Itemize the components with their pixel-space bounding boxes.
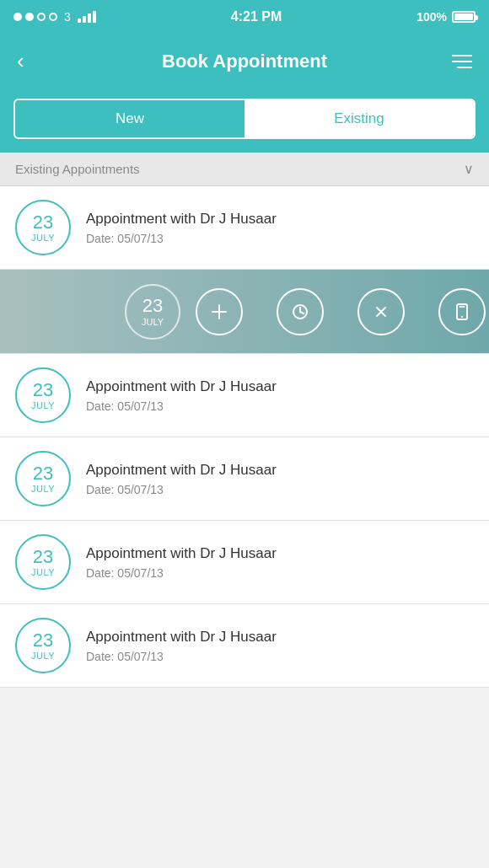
back-button[interactable]: ‹ <box>17 48 47 74</box>
tab-new-label: New <box>116 110 144 127</box>
swipe-date-badge: 23 JULY <box>125 284 180 340</box>
swipe-actions <box>196 288 486 335</box>
appointment-info: Appointment with Dr J Husaar Date: 05/07… <box>86 211 474 245</box>
date-day: 23 <box>33 463 53 484</box>
swipe-date-month: JULY <box>142 317 164 327</box>
cancel-action-button[interactable] <box>357 288 405 335</box>
section-header-label: Existing Appointments <box>15 162 140 176</box>
date-badge: 23 JULY <box>15 451 71 506</box>
signal-dot-4 <box>49 13 57 21</box>
swipe-action-row: 23 JULY <box>0 270 489 354</box>
section-header[interactable]: Existing Appointments ∨ <box>0 153 489 186</box>
date-badge: 23 JULY <box>15 618 71 673</box>
svg-point-8 <box>461 316 463 318</box>
svg-line-4 <box>300 312 304 313</box>
appointment-title: Appointment with Dr J Husaar <box>86 462 474 479</box>
date-day: 23 <box>33 630 53 651</box>
status-left: 3 <box>13 10 96 24</box>
appointment-title: Appointment with Dr J Husaar <box>86 629 474 646</box>
tab-existing-label: Existing <box>334 110 384 127</box>
add-action-button[interactable] <box>196 288 243 335</box>
x-icon <box>372 303 390 321</box>
date-day: 23 <box>33 212 53 233</box>
battery-percentage: 100% <box>416 10 447 24</box>
appointment-date: Date: 05/07/13 <box>86 232 474 245</box>
date-badge: 23 JULY <box>15 367 71 423</box>
phone-icon <box>453 303 471 321</box>
menu-line-1 <box>452 55 472 56</box>
contact-action-button[interactable] <box>438 288 486 335</box>
header: ‹ Book Appointment <box>0 34 489 88</box>
list-item[interactable]: 23 JULY Appointment with Dr J Husaar Dat… <box>0 521 489 604</box>
appointment-info: Appointment with Dr J Husaar Date: 05/07… <box>86 629 474 663</box>
appointment-title: Appointment with Dr J Husaar <box>86 378 474 395</box>
date-day: 23 <box>33 380 53 400</box>
date-month: JULY <box>31 233 55 243</box>
signal-dot-1 <box>13 13 22 21</box>
date-day: 23 <box>33 547 53 567</box>
chevron-down-icon: ∨ <box>464 161 474 177</box>
reschedule-action-button[interactable] <box>277 288 324 335</box>
status-bar: 3 4:21 PM 100% <box>0 0 489 34</box>
date-month: JULY <box>31 567 55 577</box>
list-item[interactable]: 23 JULY Appointment with Dr J Husaar Dat… <box>0 604 489 688</box>
date-month: JULY <box>31 400 55 410</box>
appointment-date: Date: 05/07/13 <box>86 399 474 413</box>
tab-existing[interactable]: Existing <box>244 100 474 137</box>
date-month: JULY <box>31 651 55 661</box>
signal-dot-2 <box>25 13 34 21</box>
list-item[interactable]: 23 JULY Appointment with Dr J Husaar Dat… <box>0 186 489 270</box>
appointments-list: 23 JULY Appointment with Dr J Husaar Dat… <box>0 186 489 688</box>
menu-button[interactable] <box>442 55 472 68</box>
appointment-title: Appointment with Dr J Husaar <box>86 211 474 228</box>
appointment-title: Appointment with Dr J Husaar <box>86 545 474 562</box>
tab-new[interactable]: New <box>15 100 244 137</box>
page-title: Book Appointment <box>47 51 442 72</box>
appointment-info: Appointment with Dr J Husaar Date: 05/07… <box>86 545 474 580</box>
battery-icon <box>452 11 476 23</box>
swipe-date-day: 23 <box>142 296 163 316</box>
list-item[interactable]: 23 JULY Appointment with Dr J Husaar Dat… <box>0 437 489 521</box>
menu-line-3 <box>457 67 472 68</box>
clock-icon <box>291 303 309 321</box>
status-time: 4:21 PM <box>231 9 282 24</box>
status-right: 100% <box>416 10 476 24</box>
battery-fill <box>454 13 473 20</box>
appointment-date: Date: 05/07/13 <box>86 566 474 580</box>
tab-switcher: New Existing <box>0 88 489 153</box>
date-badge: 23 JULY <box>15 200 71 255</box>
carrier-label: 3 <box>64 10 71 24</box>
appointment-date: Date: 05/07/13 <box>86 483 474 496</box>
list-item[interactable]: 23 JULY Appointment with Dr J Husaar Dat… <box>0 354 489 437</box>
plus-icon <box>210 303 228 321</box>
appointment-date: Date: 05/07/13 <box>86 650 474 663</box>
appointment-info: Appointment with Dr J Husaar Date: 05/07… <box>86 462 474 496</box>
date-badge: 23 JULY <box>15 534 71 590</box>
appointment-info: Appointment with Dr J Husaar Date: 05/07… <box>86 378 474 413</box>
wifi-icon <box>78 11 96 23</box>
tab-container: New Existing <box>13 99 476 139</box>
signal-dot-3 <box>37 13 46 21</box>
menu-line-2 <box>452 61 472 62</box>
date-month: JULY <box>31 484 55 494</box>
